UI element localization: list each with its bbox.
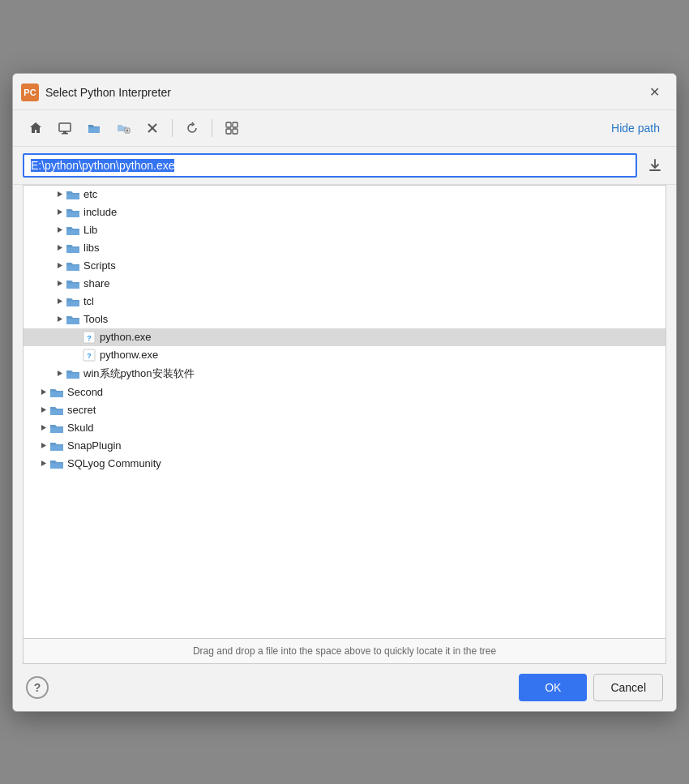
tree-label-share: share xyxy=(83,277,110,289)
dialog-title: Select Python Interpreter xyxy=(45,86,171,99)
svg-marker-19 xyxy=(58,298,62,304)
tree-arrow-second[interactable] xyxy=(36,386,49,399)
tree-arrow-snapplugin[interactable] xyxy=(36,439,49,452)
exe-icon-pythonw-exe: ? xyxy=(82,349,96,362)
folder-icon-scripts xyxy=(66,259,80,272)
tree-item-snapplugin[interactable]: SnapPlugin xyxy=(24,437,665,455)
tree-item-pythonw-exe[interactable]: ? pythonw.exe xyxy=(24,346,665,364)
bottom-buttons: OK Cancel xyxy=(519,674,663,701)
folder-icon-etc xyxy=(66,188,80,201)
file-tree[interactable]: etc include Lib libs Scripts share tcl xyxy=(23,185,666,639)
svg-marker-16 xyxy=(58,245,62,251)
tree-label-sqlyog: SQLyog Community xyxy=(67,457,161,469)
drag-hint: Drag and drop a file into the space abov… xyxy=(23,639,666,664)
expand-button[interactable] xyxy=(219,115,245,141)
tree-label-lib: Lib xyxy=(83,224,97,236)
svg-rect-8 xyxy=(226,122,231,127)
app-icon: PC xyxy=(21,84,39,101)
path-area xyxy=(13,147,676,185)
tree-label-scripts: Scripts xyxy=(83,259,116,272)
svg-marker-28 xyxy=(41,425,46,431)
tree-arrow-lib[interactable] xyxy=(53,224,66,237)
ok-button[interactable]: OK xyxy=(519,674,587,701)
tree-arrow-libs[interactable] xyxy=(53,242,66,255)
tree-arrow-scripts[interactable] xyxy=(53,259,66,272)
tree-arrow-tools[interactable] xyxy=(53,313,66,326)
tree-label-tools: Tools xyxy=(83,313,108,325)
tree-label-python-exe: python.exe xyxy=(100,331,152,343)
svg-marker-27 xyxy=(41,407,46,413)
svg-marker-13 xyxy=(58,191,62,197)
folder-icon-sqlyog xyxy=(49,457,64,470)
svg-text:?: ? xyxy=(87,352,92,360)
tree-item-skuld[interactable]: Skuld xyxy=(24,419,665,437)
hide-path-button[interactable]: Hide path xyxy=(605,118,666,138)
tree-item-tcl[interactable]: tcl xyxy=(24,293,665,311)
tree-label-snapplugin: SnapPlugin xyxy=(67,439,122,452)
tree-item-include[interactable]: include xyxy=(24,203,665,221)
refresh-button[interactable] xyxy=(179,115,205,141)
svg-rect-2 xyxy=(62,133,68,135)
tree-label-secret: secret xyxy=(67,404,96,416)
folder-icon-win-python xyxy=(66,367,80,380)
tree-label-include: include xyxy=(83,206,117,218)
help-button[interactable]: ? xyxy=(26,676,49,699)
tree-arrow-tcl[interactable] xyxy=(53,295,66,308)
tree-label-second: Second xyxy=(67,386,103,398)
delete-button[interactable] xyxy=(139,115,165,141)
dialog: PC Select Python Interpreter ✕ xyxy=(12,73,677,712)
folder-icon-secret xyxy=(49,404,64,417)
path-input[interactable] xyxy=(23,153,637,178)
tree-item-win-python[interactable]: win系统python安装软件 xyxy=(24,364,665,383)
tree-item-secret[interactable]: secret xyxy=(24,401,665,419)
title-bar: PC Select Python Interpreter ✕ xyxy=(13,74,676,110)
title-bar-left: PC Select Python Interpreter xyxy=(21,84,171,101)
folder-icon-tools xyxy=(66,313,80,326)
tree-arrow-include[interactable] xyxy=(53,206,66,219)
tree-item-libs[interactable]: libs xyxy=(24,239,665,257)
close-button[interactable]: ✕ xyxy=(644,82,665,103)
tree-arrow-etc[interactable] xyxy=(53,188,66,201)
svg-marker-25 xyxy=(58,371,62,376)
tree-item-lib[interactable]: Lib xyxy=(24,221,665,239)
tree-arrow-secret[interactable] xyxy=(36,404,49,417)
tree-item-python-exe[interactable]: ? python.exe xyxy=(24,328,665,346)
toolbar-separator xyxy=(172,119,173,137)
svg-rect-1 xyxy=(63,131,66,133)
new-folder-button[interactable] xyxy=(110,115,136,141)
tree-label-win-python: win系统python安装软件 xyxy=(83,366,195,381)
tree-item-scripts[interactable]: Scripts xyxy=(24,257,665,275)
svg-rect-10 xyxy=(226,129,231,134)
toolbar-separator-2 xyxy=(212,119,212,137)
toolbar: Hide path xyxy=(13,110,676,147)
tree-arrow-share[interactable] xyxy=(53,277,66,290)
svg-rect-12 xyxy=(649,169,661,171)
svg-marker-14 xyxy=(58,209,62,215)
tree-label-pythonw-exe: pythonw.exe xyxy=(100,349,158,361)
toolbar-left xyxy=(23,115,245,141)
svg-marker-30 xyxy=(41,461,46,466)
svg-rect-11 xyxy=(233,129,238,134)
folder-button[interactable] xyxy=(81,115,107,141)
folder-icon-libs xyxy=(66,242,80,255)
tree-arrow-skuld[interactable] xyxy=(36,422,49,435)
tree-label-libs: libs xyxy=(83,242,100,254)
tree-arrow-win-python[interactable] xyxy=(53,367,66,380)
tree-item-second[interactable]: Second xyxy=(24,383,665,401)
svg-marker-15 xyxy=(58,227,62,233)
download-button[interactable] xyxy=(644,154,666,177)
tree-label-etc: etc xyxy=(83,188,97,200)
tree-item-sqlyog[interactable]: SQLyog Community xyxy=(24,455,665,473)
cancel-button[interactable]: Cancel xyxy=(593,674,663,701)
tree-item-etc[interactable]: etc xyxy=(24,186,665,203)
tree-item-share[interactable]: share xyxy=(24,275,665,293)
svg-rect-9 xyxy=(233,122,238,127)
tree-item-tools[interactable]: Tools xyxy=(24,311,665,328)
tree-arrow-sqlyog[interactable] xyxy=(36,457,49,470)
folder-icon-tcl xyxy=(66,295,80,308)
home-button[interactable] xyxy=(23,115,49,141)
desktop-button[interactable] xyxy=(52,115,78,141)
bottom-bar: ? OK Cancel xyxy=(13,664,676,711)
svg-marker-26 xyxy=(41,389,46,395)
tree-label-skuld: Skuld xyxy=(67,422,94,434)
